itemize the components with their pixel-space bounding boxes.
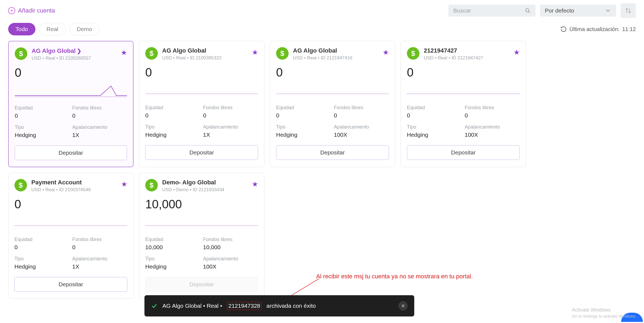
currency-icon: $ (407, 47, 419, 60)
refresh-icon[interactable] (560, 26, 567, 32)
type-label: Tipo (15, 124, 69, 130)
toast-text-a: AG Algo Global • Real • (162, 303, 222, 309)
favorite-star-icon[interactable]: ★ (383, 49, 389, 56)
favorite-star-icon[interactable]: ★ (513, 49, 520, 56)
toast-highlight: 2121947328 (227, 302, 262, 310)
free-funds-label: Fondos libres (203, 237, 258, 242)
deposit-button[interactable]: Depositar (15, 145, 127, 160)
add-account-label: Añadir cuenta (18, 7, 55, 14)
type-label: Tipo (145, 124, 200, 130)
leverage-value: 1X (72, 263, 127, 270)
equity-value: 0 (276, 112, 331, 119)
account-title: Payment Account (31, 179, 117, 186)
account-sub: USD • Real • ID 2100385322 (162, 55, 247, 61)
account-sub: USD • Demo • ID 2121933434 (162, 187, 247, 193)
search-box[interactable] (448, 5, 536, 17)
deposit-button[interactable]: Depositar (145, 145, 258, 160)
account-card[interactable]: $ Payment Account USD • Real • ID 210037… (8, 173, 134, 298)
last-update-label: Última actualización: (570, 26, 619, 32)
filter-pill-real[interactable]: Real (39, 23, 66, 35)
account-sub: USD • Real • ID 2100260557 (32, 56, 116, 61)
account-balance: 0 (407, 66, 520, 79)
last-update-time: 11:12 (622, 26, 636, 32)
account-sub: USD • Real • ID 2121947427 (424, 55, 509, 61)
free-funds-label: Fondos libres (465, 105, 520, 111)
free-funds-value: 10,000 (203, 244, 258, 251)
windows-watermark: Activate Windows Go to Settings to activ… (572, 307, 636, 319)
type-label: Tipo (14, 256, 69, 262)
type-value: Hedging (14, 263, 69, 270)
leverage-label: Apalancamiento (203, 124, 258, 130)
filter-pill-all[interactable]: Todo (8, 23, 35, 35)
free-funds-value: 0 (72, 244, 127, 251)
free-funds-label: Fondos libres (72, 237, 127, 242)
sort-icon (625, 7, 631, 14)
leverage-label: Apalancamiento (334, 124, 389, 130)
account-card[interactable]: $ AG Algo Global USD • Real • ID 2100385… (139, 41, 264, 167)
account-title: Demo- Algo Global (162, 179, 247, 186)
equity-label: Equidad (407, 105, 462, 111)
sort-direction-button[interactable] (621, 3, 636, 18)
sort-dropdown[interactable]: Por defecto (540, 5, 616, 17)
sparkline (15, 82, 127, 97)
filter-pill-demo[interactable]: Demo (69, 23, 99, 35)
equity-value: 0 (407, 112, 462, 119)
chevron-down-icon (605, 7, 611, 14)
account-balance: 0 (14, 197, 127, 211)
account-card[interactable]: $ 2121947427 USD • Real • ID 2121947427 … (401, 41, 526, 167)
favorite-star-icon[interactable]: ★ (252, 181, 258, 188)
equity-value: 0 (145, 112, 200, 119)
account-sub: USD • Real • ID 2100374548 (31, 187, 117, 193)
account-balance: 0 (145, 66, 258, 79)
toast-close-button[interactable] (398, 301, 408, 310)
search-input[interactable] (453, 7, 525, 14)
currency-icon: $ (145, 179, 158, 191)
currency-icon: $ (15, 47, 27, 60)
favorite-star-icon[interactable]: ★ (252, 49, 258, 56)
last-update: Última actualización: 11:12 (560, 26, 636, 32)
equity-value: 0 (14, 244, 69, 251)
sort-label: Por defecto (545, 7, 574, 14)
leverage-label: Apalancamiento (72, 256, 127, 262)
deposit-button[interactable]: Depositar (407, 145, 520, 160)
equity-label: Equidad (276, 105, 331, 111)
type-value: Hedging (145, 132, 200, 138)
checkmark-icon (151, 303, 158, 309)
leverage-label: Apalancamiento (203, 256, 258, 262)
account-title: AG Algo Global (293, 47, 378, 54)
currency-icon: $ (145, 47, 158, 60)
leverage-value: 1X (203, 132, 258, 138)
type-value: Hedging (407, 132, 462, 138)
add-account-button[interactable]: + Añadir cuenta (8, 7, 55, 14)
deposit-button[interactable]: Depositar (276, 145, 389, 160)
account-card[interactable]: $ AG Algo Global ❯ USD • Real • ID 21002… (8, 41, 134, 167)
currency-icon: $ (14, 179, 27, 191)
sparkline (145, 214, 258, 228)
type-value: Hedging (15, 132, 69, 138)
favorite-star-icon[interactable]: ★ (121, 49, 127, 56)
leverage-label: Apalancamiento (72, 124, 127, 130)
type-value: Hedging (145, 263, 200, 270)
free-funds-label: Fondos libres (72, 105, 127, 111)
leverage-value: 100X (203, 263, 258, 270)
leverage-value: 1X (72, 132, 127, 138)
sparkline (14, 214, 127, 228)
equity-label: Equidad (145, 237, 200, 242)
type-label: Tipo (407, 124, 462, 130)
account-balance: 10,000 (145, 197, 258, 211)
favorite-star-icon[interactable]: ★ (121, 181, 127, 188)
type-label: Tipo (145, 256, 200, 262)
account-title: 2121947427 (424, 47, 509, 54)
deposit-button[interactable]: Depositar (14, 277, 127, 292)
deposit-button: Depositar (145, 277, 258, 292)
currency-icon: $ (276, 47, 289, 60)
account-card[interactable]: $ AG Algo Global USD • Real • ID 2121947… (270, 41, 395, 167)
annotation-text: Al recibir este msj tu cuenta ya no se m… (316, 273, 473, 280)
leverage-label: Apalancamiento (465, 124, 520, 130)
account-card[interactable]: $ Demo- Algo Global USD • Demo • ID 2121… (139, 173, 264, 298)
account-balance: 0 (276, 66, 389, 79)
free-funds-value: 0 (203, 112, 258, 119)
type-label: Tipo (276, 124, 331, 130)
search-icon (525, 7, 531, 14)
chevron-right-icon: ❯ (77, 48, 81, 54)
